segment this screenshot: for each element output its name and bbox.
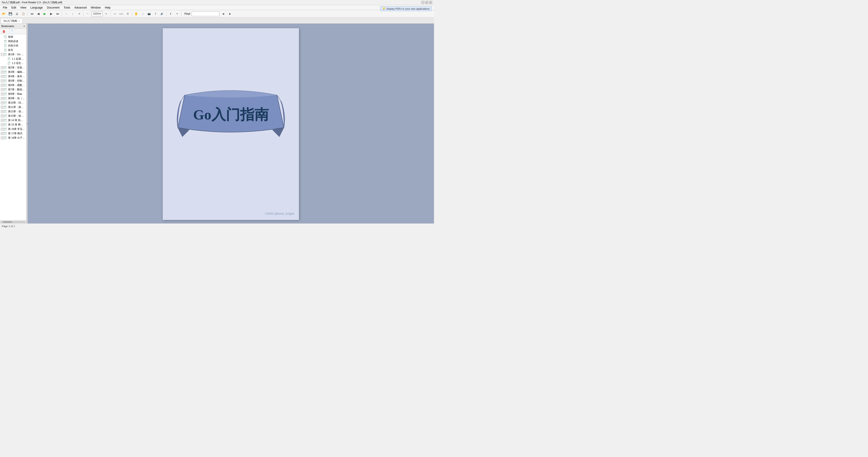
print-button[interactable]: 🖨 bbox=[14, 11, 20, 17]
prev-page-button[interactable]: ◀ bbox=[35, 11, 41, 17]
bookmark-item[interactable]: 1.1 起源与发展 bbox=[0, 57, 26, 61]
bookmark-item[interactable]: +第5章：控制结构 bbox=[0, 79, 26, 83]
continuous-button[interactable]: ☰ bbox=[125, 11, 131, 17]
sidebar-close-button[interactable]: × bbox=[24, 25, 25, 28]
bookmark-expand-icon[interactable]: + bbox=[1, 80, 4, 82]
menu-help[interactable]: Help bbox=[103, 5, 113, 10]
bookmark-expand-icon[interactable]: + bbox=[1, 88, 4, 91]
bookmark-item[interactable]: +第 16章 常见的陷阱与错误 bbox=[0, 127, 26, 131]
info-dropdown[interactable]: ▾ bbox=[174, 11, 180, 17]
menu-edit[interactable]: Edit bbox=[9, 5, 18, 10]
scroll-thumb[interactable] bbox=[3, 221, 12, 223]
bookmark-item[interactable]: 致谢 bbox=[0, 35, 26, 39]
zoom-in-button[interactable]: + bbox=[103, 11, 109, 17]
minimize-button[interactable]: − bbox=[421, 1, 424, 4]
menu-advanced[interactable]: Advanced bbox=[72, 5, 88, 10]
ad-banner[interactable]: 💡 Display PDFs in your own applications bbox=[380, 6, 432, 11]
save-button[interactable]: 💾 bbox=[7, 11, 13, 17]
two-page-button[interactable]: ▭▭ bbox=[118, 11, 124, 17]
menu-tools[interactable]: Tools bbox=[62, 5, 72, 10]
bookmark-item[interactable]: +第 18章 出于性能考虑的实用代码 bbox=[0, 136, 26, 140]
bookmark-expand-icon[interactable]: + bbox=[1, 75, 4, 78]
bookmark-page-icon bbox=[4, 45, 7, 47]
find-text-button[interactable]: T bbox=[153, 11, 159, 17]
find-input[interactable] bbox=[192, 11, 219, 16]
menu-view[interactable]: View bbox=[19, 5, 28, 10]
bookmark-add-button[interactable]: 📄 bbox=[8, 29, 14, 34]
hand-tool-button[interactable]: ✋ bbox=[133, 11, 139, 17]
bookmark-item[interactable]: 内容介绍 bbox=[0, 44, 26, 48]
bookmark-delete-button[interactable]: 🗑 bbox=[1, 29, 7, 34]
fit-page-button[interactable]: ↕ bbox=[70, 11, 76, 17]
bookmark-item[interactable]: +第11章：接口（interface）与反 bbox=[0, 105, 26, 109]
bookmark-text: 第2章：安装与运行环境 bbox=[8, 66, 25, 69]
bookmark-item[interactable]: +第4章：基本结构和基本数据类型 bbox=[0, 74, 26, 79]
first-page-button[interactable]: ⏮ bbox=[29, 11, 35, 17]
media-button[interactable]: 🔊 bbox=[159, 11, 165, 17]
bookmark-text: 第10章：结构（struct）与方法 bbox=[8, 101, 25, 105]
bookmark-item[interactable]: +第6章：函数（function） bbox=[0, 83, 26, 87]
bookmark-expand-icon[interactable]: + bbox=[1, 106, 4, 109]
book-banner: Go入门指南 bbox=[171, 81, 291, 153]
bookmark-item[interactable]: +第3章：编辑器、集成开发环境与 bbox=[0, 70, 26, 74]
bookmark-item[interactable]: +第7章：数组与切片 bbox=[0, 87, 26, 92]
bookmark-expand-icon[interactable]: + bbox=[1, 66, 4, 69]
bookmark-expand-icon[interactable]: + bbox=[1, 71, 4, 74]
bookmark-item[interactable]: 1.2 语言的主要特性与发展的 bbox=[0, 61, 26, 65]
last-page-button[interactable]: ⏭ bbox=[55, 11, 61, 17]
menu-file[interactable]: File bbox=[1, 5, 9, 10]
bookmark-expand-icon[interactable]: + bbox=[1, 128, 4, 131]
find-prev-button[interactable]: ◀ bbox=[220, 11, 226, 17]
svg-rect-70 bbox=[5, 111, 6, 111]
svg-rect-86 bbox=[5, 128, 6, 129]
rotate-button[interactable]: ↺ bbox=[76, 11, 82, 17]
bookmark-item[interactable]: +第 14 章 协程（goroutine）与通 bbox=[0, 118, 26, 122]
tab-go-guide[interactable]: Go入门指南 × bbox=[1, 18, 22, 23]
info-button[interactable]: ℹ bbox=[167, 11, 174, 17]
bookmark-expand-icon[interactable]: + bbox=[1, 123, 4, 126]
select-button[interactable]: ⬚ bbox=[140, 11, 146, 17]
window-controls[interactable]: − □ × bbox=[421, 1, 432, 4]
menu-window[interactable]: Window bbox=[89, 5, 102, 10]
bookmark-item[interactable]: +第2章：安装与运行环境 bbox=[0, 65, 26, 70]
bookmark-text: 第5章：控制结构 bbox=[8, 79, 25, 83]
fit-width-button[interactable]: ↔ bbox=[63, 11, 69, 17]
bookmark-item[interactable]: +第9章：包（package） bbox=[0, 96, 26, 101]
next-page-button[interactable]: ▶ bbox=[48, 11, 54, 17]
close-window-button[interactable]: × bbox=[429, 1, 432, 4]
bookmark-expand-icon[interactable]: + bbox=[1, 93, 4, 95]
bookmark-expand-icon[interactable]: + bbox=[1, 132, 4, 135]
menu-document[interactable]: Document bbox=[45, 5, 61, 10]
bookmark-expand-icon[interactable]: + bbox=[1, 110, 4, 113]
bookmark-item[interactable]: +第12章：读写数据 bbox=[0, 109, 26, 114]
maximize-button[interactable]: □ bbox=[425, 1, 428, 4]
svg-rect-95 bbox=[5, 138, 5, 138]
bookmark-expand-icon[interactable]: + bbox=[1, 102, 4, 104]
bookmark-item[interactable]: 前言 bbox=[0, 48, 26, 52]
tab-close-button[interactable]: × bbox=[19, 20, 20, 22]
bookmark-expand-icon[interactable]: − bbox=[1, 53, 4, 56]
bookmark-expand-icon[interactable]: + bbox=[1, 97, 4, 100]
bookmark-item[interactable]: +第8章：Map bbox=[0, 92, 26, 96]
pdf-viewer[interactable]: Go入门指南 CSDN @book_longke bbox=[28, 24, 434, 223]
bookmark-item[interactable]: +第 15 章 网络、模板和网页应用 bbox=[0, 122, 26, 127]
zoom-out-button[interactable]: − bbox=[85, 11, 91, 17]
open-button[interactable]: 📂 bbox=[1, 11, 7, 17]
single-page-button[interactable]: ▭ bbox=[112, 11, 118, 17]
play-button[interactable]: ▶ bbox=[42, 11, 48, 17]
bookmark-item[interactable]: +第 17章 模式 bbox=[0, 131, 26, 136]
bookmark-expand-icon[interactable]: + bbox=[1, 84, 4, 87]
bookmark-item[interactable]: 阅前必读 bbox=[0, 39, 26, 44]
menu-language[interactable]: Language bbox=[29, 5, 44, 10]
bookmark-item[interactable]: −第1章：Go 语言的起源，发展与 bbox=[0, 52, 26, 57]
snapshot-button[interactable]: 📷 bbox=[146, 11, 152, 17]
bookmark-item[interactable]: +第10章：结构（struct）与方法 bbox=[0, 101, 26, 105]
find-next-button[interactable]: ▶ bbox=[227, 11, 233, 17]
sidebar-scrollbar[interactable] bbox=[0, 220, 26, 223]
bookmark-expand-icon[interactable]: + bbox=[1, 115, 4, 117]
bookmark-item[interactable]: +第13章：错误处理与测试 bbox=[0, 114, 26, 118]
bookmark-expand-icon[interactable]: + bbox=[1, 119, 4, 122]
bookmark-expand-icon[interactable]: + bbox=[1, 137, 4, 139]
zoom-dropdown[interactable]: 100%▾ bbox=[91, 11, 103, 17]
properties-button[interactable]: 📋 bbox=[20, 11, 26, 17]
